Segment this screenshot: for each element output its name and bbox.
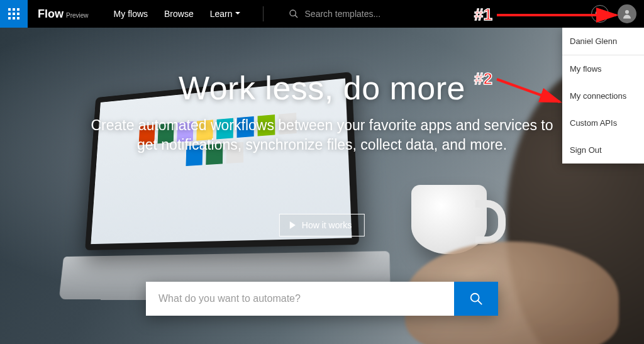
svg-point-2 <box>596 9 604 18</box>
nav-browse[interactable]: Browse <box>164 9 194 19</box>
primary-nav: My flows Browse Learn Search templates..… <box>114 0 381 28</box>
svg-point-5 <box>625 10 629 14</box>
user-menu-custom-apis[interactable]: Custom APIs <box>562 109 644 136</box>
user-menu-dropdown: Daniel Glenn My flows My connections Cus… <box>562 28 644 164</box>
user-menu-my-connections[interactable]: My connections <box>562 82 644 109</box>
automate-search <box>146 282 498 316</box>
user-avatar-button[interactable] <box>618 4 636 23</box>
nav-learn[interactable]: Learn <box>210 9 240 19</box>
svg-point-4 <box>601 13 602 13</box>
svg-point-3 <box>599 13 599 13</box>
hero-mug-illustration <box>411 185 487 254</box>
svg-line-7 <box>478 301 482 304</box>
hero-section: Work less, do more Create automated work… <box>0 28 644 344</box>
smiley-icon <box>595 9 605 19</box>
hero-text: Work less, do more Create automated work… <box>0 69 644 155</box>
svg-line-1 <box>295 15 297 18</box>
app-launcher-button[interactable] <box>0 0 28 28</box>
template-search[interactable]: Search templates... <box>289 9 381 19</box>
automate-input[interactable] <box>146 282 454 316</box>
nav-my-flows[interactable]: My flows <box>114 9 148 19</box>
search-icon <box>289 9 299 19</box>
person-icon <box>621 8 633 19</box>
user-menu-sign-out[interactable]: Sign Out <box>562 136 644 164</box>
svg-point-0 <box>290 10 296 16</box>
user-menu-name[interactable]: Daniel Glenn <box>562 28 644 55</box>
how-it-works-label: How it works <box>302 220 352 230</box>
how-it-works-button[interactable]: How it works <box>279 214 365 236</box>
brand[interactable]: Flow Preview <box>38 8 89 21</box>
top-bar-right <box>591 4 644 23</box>
play-icon <box>290 221 296 229</box>
hero-subtitle: Create automated workflows between your … <box>0 116 644 155</box>
top-bar: Flow Preview My flows Browse Learn Searc… <box>0 0 644 28</box>
brand-tag: Preview <box>66 12 89 19</box>
automate-search-button[interactable] <box>454 282 498 316</box>
nav-separator <box>263 6 264 21</box>
brand-name: Flow <box>38 8 64 21</box>
user-menu-my-flows[interactable]: My flows <box>562 55 644 82</box>
svg-point-6 <box>471 294 479 302</box>
template-search-placeholder: Search templates... <box>305 9 381 19</box>
search-icon <box>469 292 483 306</box>
hero-title: Work less, do more <box>0 69 644 107</box>
waffle-icon <box>8 8 19 19</box>
feedback-button[interactable] <box>591 5 609 23</box>
